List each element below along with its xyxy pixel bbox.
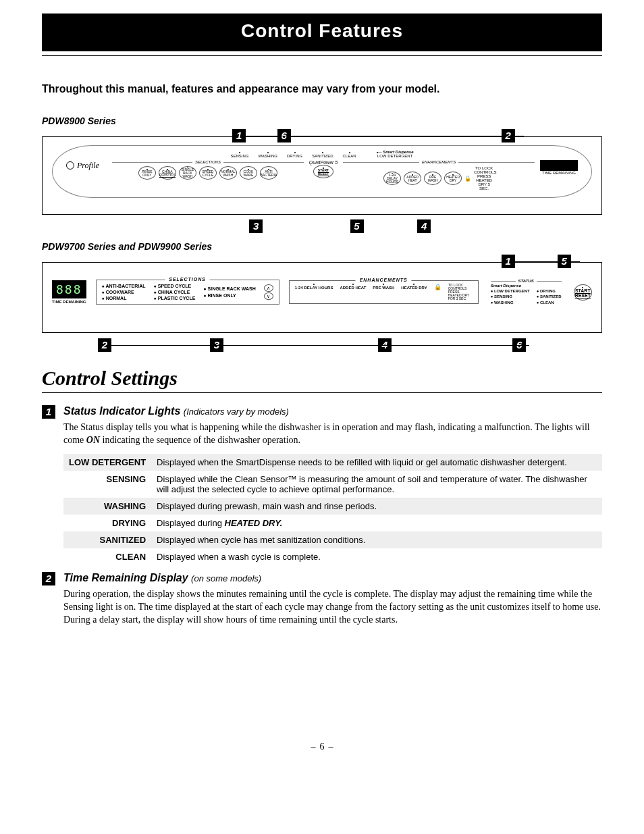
selections-group: SELECTIONS xyxy=(112,160,304,164)
series2-callouts-bottom: 2 3 4 6 xyxy=(42,338,602,353)
start-reset-2: START RESET xyxy=(574,284,592,301)
status-lights-heading: Status Indicator Lights (Indicators vary… xyxy=(63,405,602,417)
time-remaining-heading: Time Remaining Display (on some models) xyxy=(63,572,602,584)
table-row: CLEANDisplayed when a wash cycle is comp… xyxy=(63,548,602,565)
oval-button: COOK WARE xyxy=(240,166,257,180)
table-row: SANITIZEDDisplayed when cycle has met sa… xyxy=(63,531,602,548)
series1-callouts-bottom: 3 5 4 xyxy=(42,219,602,234)
callout: 2 xyxy=(98,338,111,352)
section-num: 2 xyxy=(42,572,55,585)
lock-note: TO LOCK CONTROLS PRESS HEATED DRY 3 SEC. xyxy=(474,166,494,190)
oval-button: SINGLE RACK WASH xyxy=(179,166,196,180)
section-num: 1 xyxy=(42,405,55,419)
oval-button: ANTI BACTERIA xyxy=(260,166,277,180)
brand-logo: Profile xyxy=(66,161,99,171)
oval-button: NORMAL WASH xyxy=(219,166,237,180)
page-title-banner: Control Features xyxy=(42,14,602,51)
table-row: SENSINGDisplayed while the Clean Sensor™… xyxy=(63,471,602,498)
series2-panel: 888 TIME REMAINING SELECTIONS ● ANTI-BAC… xyxy=(42,262,602,333)
arrows: ∧ ∨ xyxy=(264,284,273,300)
callout: 1 xyxy=(502,255,515,268)
oval-button: PRE WASH xyxy=(424,172,441,185)
start-reset: START RESET xyxy=(313,165,333,178)
page-number: –6– xyxy=(42,741,602,752)
quiet-label: QuietPower 5 xyxy=(309,160,338,165)
seg-display: 888 TIME REMAINING xyxy=(52,280,86,304)
enhancements-group: ENHANCEMENTS xyxy=(343,160,535,164)
series-1-label: PDW8900 Series xyxy=(42,115,602,126)
lock-icon: 🔒 xyxy=(464,176,471,182)
arrow-up-icon: ∧ xyxy=(264,284,273,292)
title-rule xyxy=(42,55,602,56)
status-table: LOW DETERGENTDisplayed when the SmartDis… xyxy=(63,454,602,565)
series1-callouts-top: 1 6 2 xyxy=(42,129,602,144)
smart-dispense: — Smart Dispense LOW DETERGENT xyxy=(377,150,414,158)
oval-button: RINSE ONLY xyxy=(138,166,156,180)
table-row: LOW DETERGENTDisplayed when the SmartDis… xyxy=(63,454,602,471)
control-settings-heading: Control Settings xyxy=(42,367,602,393)
callout: 4 xyxy=(417,219,431,233)
table-row: WASHINGDisplayed during prewash, main wa… xyxy=(63,498,602,515)
oval-button: HEATED DRY xyxy=(444,172,462,185)
status-lights-body: The Status display tells you what is hap… xyxy=(63,421,602,447)
time-remaining-label: TIME REMAINING xyxy=(540,171,578,175)
oval-button: ADDED HEAT xyxy=(404,172,421,185)
series-2-label: PDW9700 Series and PDW9900 Series xyxy=(42,241,602,252)
time-remaining-display xyxy=(540,160,578,171)
selections-group2: SELECTIONS ● ANTI-BACTERIAL ● COOKWARE ●… xyxy=(96,280,279,305)
status-group: STATUS Smart Dispense ● LOW DETERGENT ● … xyxy=(488,276,564,308)
callout: 1 xyxy=(232,129,246,142)
oval-button: SPEED CYCLE xyxy=(199,166,217,180)
lock-icon: 🔒 xyxy=(434,284,441,290)
time-remaining-body: During operation, the display shows the … xyxy=(63,588,602,627)
callout: 5 xyxy=(350,219,364,233)
lock-note: TO LOCK CONTROLS PRESS HEATED DRY FOR 3 … xyxy=(448,284,473,301)
enhancements-group2: ENHANCEMENTS 1-24 DELAY HOURS ADDED HEAT… xyxy=(289,280,479,304)
oval-button: 1-24 DELAY HOURS xyxy=(383,172,401,185)
table-row: DRYINGDisplayed during HEATED DRY. xyxy=(63,515,602,531)
callout: 3 xyxy=(249,219,263,233)
intro-text: Throughout this manual, features and app… xyxy=(42,83,602,95)
series2-callouts-top: 1 5 xyxy=(42,255,602,269)
status-leds: SENSING WASHING DRYING SANITIZED CLEAN xyxy=(230,152,356,158)
series1-panel: SENSING WASHING DRYING SANITIZED CLEAN —… xyxy=(42,136,602,215)
arrow-down-icon: ∨ xyxy=(264,292,273,300)
oval-button: CHINA PLASTICS xyxy=(159,166,176,180)
